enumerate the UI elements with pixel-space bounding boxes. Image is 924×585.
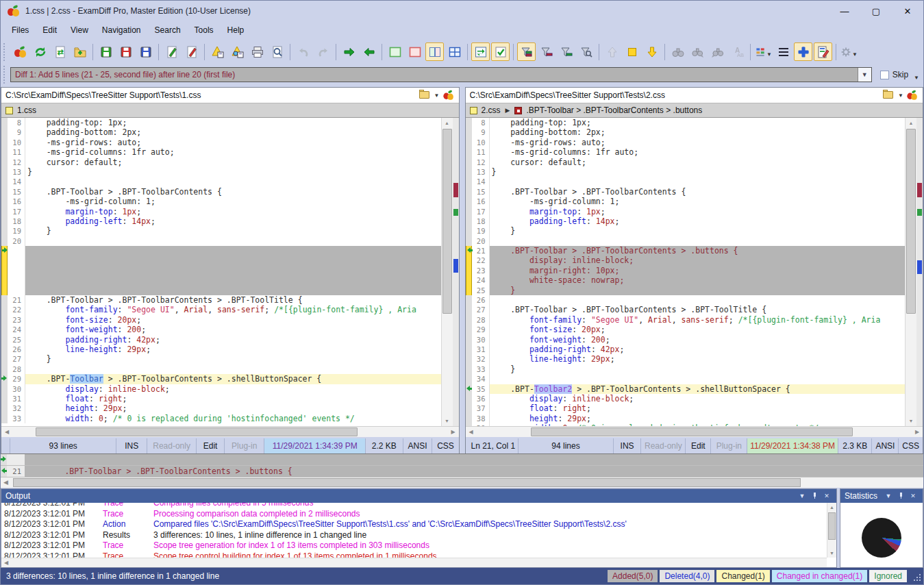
code-line[interactable]: 23 margin-right: 10px; [466,266,906,275]
undo-icon[interactable] [294,42,312,61]
diff-arrow-icon[interactable] [1,456,7,462]
file-path[interactable]: C:\Src\ExamDiff\Specs\TreeSitter Support… [470,90,882,100]
code-text[interactable]: padding-left: 14px; [490,216,906,226]
auto-recompare-icon[interactable] [491,42,510,61]
close-button[interactable]: ✕ [892,1,923,21]
hide-added-filter-icon[interactable] [557,42,575,61]
scroll-left-icon[interactable]: ◀ [466,427,477,437]
code-line[interactable]: 27 .BPT-Toolbar > .BPT-ToolbarContents >… [466,305,906,314]
edit-second-file-icon[interactable] [182,42,201,61]
menu-edit[interactable]: Edit [36,23,64,38]
code-text[interactable]: font-family: "Segoe UI", Arial, sans-ser… [490,315,906,325]
chevron-down-icon[interactable]: ▼ [883,493,894,499]
file-path[interactable]: C:\Src\ExamDiff\Specs\TreeSitter Support… [5,90,418,100]
code-text[interactable]: font-weight: 200; [490,335,906,345]
diff-arrow-icon[interactable] [1,468,7,474]
save-copy-first-icon[interactable] [208,42,227,61]
current-diff-row[interactable] [1,454,923,466]
output-log-row[interactable]: 8/12/2023 3:12:01 PM Results 3 differenc… [1,530,827,541]
code-line[interactable]: 15 .BPT-Toolbar > .BPT-ToolbarContents { [1,187,441,197]
code-line[interactable]: 21 .BPT-Toolbar > .BPT-ToolbarContents >… [466,246,906,256]
code-text[interactable]: font-family: "Segoe UI", Arial, sans-ser… [25,305,441,314]
code-text[interactable]: float: right; [25,394,441,403]
code-text[interactable]: padding-top: 1px; [25,118,441,127]
scroll-left-icon[interactable]: ◀ [1,477,11,488]
code-text[interactable]: .BPT-Toolbar > .BPT-ToolbarContents > .b… [490,246,906,256]
diff-map-mark[interactable] [917,260,922,274]
code-text[interactable]: display: inline-block; [490,256,906,265]
code-line[interactable]: 22 font-family: "Segoe UI", Arial, sans-… [1,305,441,314]
scroll-right-icon[interactable]: ▶ [912,427,923,437]
code-line[interactable]: 15 .BPT-Toolbar > .BPT-ToolbarContents { [466,187,906,197]
output-log-row[interactable]: 8/12/2023 3:12:01 PM Trace Comparing fil… [1,503,827,509]
show-first-pane-icon[interactable] [386,42,404,61]
code-line[interactable]: 12 cursor: default; [1,158,441,167]
code-text[interactable]: display: inline-block; [25,384,441,394]
breadcrumb-item[interactable]: .BPT-Toolbar > .BPT-ToolbarContents > .b… [526,105,702,115]
diff-arrow-icon[interactable] [466,386,472,392]
edit-first-file-icon[interactable] [162,42,181,61]
status-badge[interactable]: Changed(1) [716,570,769,582]
status-badge[interactable]: Ignored [869,570,907,582]
pane-splitter[interactable] [460,87,465,453]
skip-checkbox[interactable] [880,71,889,79]
menu-navigation[interactable]: Navigation [95,23,148,38]
skip-dropdown-icon[interactable]: ▼ [914,75,919,81]
code-line[interactable]: 8 padding-top: 1px; [466,118,906,127]
show-grid-view-icon[interactable] [445,42,464,61]
code-line[interactable]: 19 } [466,226,906,236]
menu-files[interactable]: Files [5,23,36,38]
code-line[interactable]: 18 padding-left: 14px; [466,216,906,226]
code-line[interactable]: 11 -ms-grid-columns: 1fr auto; [1,147,441,157]
code-text[interactable]: -ms-grid-rows: auto; [490,138,906,147]
save-copy-second-icon[interactable] [228,42,247,61]
compare-files-icon[interactable] [11,42,29,61]
code-line[interactable]: 17 margin-top: 1px; [466,207,906,216]
scrollbar-thumb[interactable] [531,427,853,436]
code-text[interactable]: .BPT-Toolbar > .BPT-ToolbarContents > .B… [25,295,441,305]
code-text[interactable] [25,256,441,265]
code-text[interactable]: .BPT-Toolbar > .BPT-ToolbarContents > .s… [25,374,441,384]
code-line[interactable]: 31 padding-right: 42px; [466,345,906,354]
scroll-up-icon[interactable]: ▲ [906,118,916,128]
line-inspector-icon[interactable] [774,42,792,61]
scroll-right-icon[interactable]: ▶ [448,427,459,437]
menu-tools[interactable]: Tools [188,23,221,38]
code-text[interactable]: } [490,226,906,236]
code-text[interactable] [25,286,441,295]
code-line[interactable] [1,256,441,265]
code-line[interactable]: 31 float: right; [1,394,441,403]
status-badge[interactable]: Changed in changed(1) [772,570,867,582]
scrollbar-thumb[interactable] [13,478,801,487]
find-next-icon[interactable] [688,42,707,61]
scroll-up-icon[interactable]: ▲ [442,118,453,128]
code-text[interactable]: } [490,364,906,374]
code-text[interactable] [25,236,441,246]
code-line[interactable]: 30 display: inline-block; [1,384,441,394]
code-text[interactable]: height: 29px; [25,403,441,413]
code-text[interactable]: } [25,354,441,364]
plugins-icon[interactable] [794,42,812,61]
code-text[interactable] [25,275,441,285]
vertical-scrollbar[interactable]: ▲ ▼ [905,118,916,426]
code-text[interactable]: cursor: default; [490,158,906,167]
folder-icon[interactable] [419,91,430,99]
code-line[interactable]: 38 height: 29px; [466,414,906,423]
code-line[interactable]: 16 -ms-grid-column: 1; [466,197,906,206]
code-line[interactable]: 11 -ms-grid-columns: 1fr auto; [466,147,906,157]
redo-icon[interactable] [314,42,332,61]
current-diff-row[interactable]: 21 .BPT-Toolbar > .BPT-ToolbarContents >… [1,466,923,477]
hide-deleted-filter-icon[interactable] [537,42,555,61]
code-text[interactable]: -ms-grid-columns: 1fr auto; [490,147,906,157]
code-line[interactable]: 10 -ms-grid-rows: auto; [466,138,906,147]
code-text[interactable] [25,364,441,374]
close-icon[interactable]: ✕ [908,493,919,499]
open-files-icon[interactable] [71,42,89,61]
code-text[interactable]: padding-left: 14px; [25,216,441,226]
code-line[interactable]: 26 line-height: 29px; [1,345,441,354]
toolbar-grip[interactable] [3,43,8,61]
code-line[interactable]: 29 font-size: 20px; [466,325,906,334]
scroll-down-icon[interactable]: ▼ [906,416,916,426]
next-diff-icon[interactable] [642,42,661,61]
code-text[interactable] [490,295,906,305]
